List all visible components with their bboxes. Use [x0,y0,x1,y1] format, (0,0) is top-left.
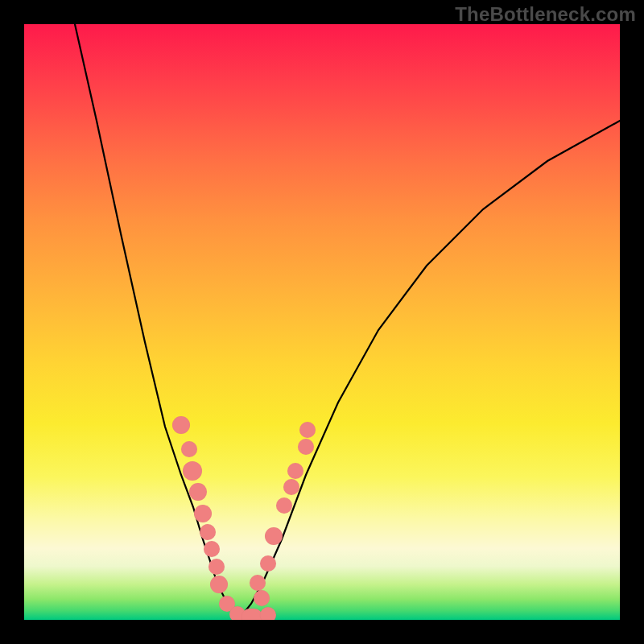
data-point [254,590,270,606]
data-point [200,524,216,540]
data-point [210,576,228,593]
data-point [172,416,190,434]
data-point [298,439,314,455]
scatter-dots [172,416,316,620]
chart-frame: TheBottleneck.com [0,0,644,644]
data-point [204,541,220,557]
data-point [183,461,202,481]
data-point [265,527,283,545]
left-curve [75,24,240,616]
data-point [299,422,316,438]
data-point [189,483,207,501]
data-point [250,575,266,591]
data-point [208,559,225,575]
data-point [276,497,292,514]
data-point [260,555,276,572]
watermark-label: TheBottleneck.com [455,3,636,26]
plot-area [24,24,620,620]
data-point [242,609,262,620]
data-point [287,463,303,479]
data-point [181,441,197,457]
data-point [283,479,299,495]
data-point [194,505,212,522]
right-curve [242,121,620,616]
data-point [260,607,276,620]
curve-layer [75,24,620,616]
chart-svg [24,24,620,620]
